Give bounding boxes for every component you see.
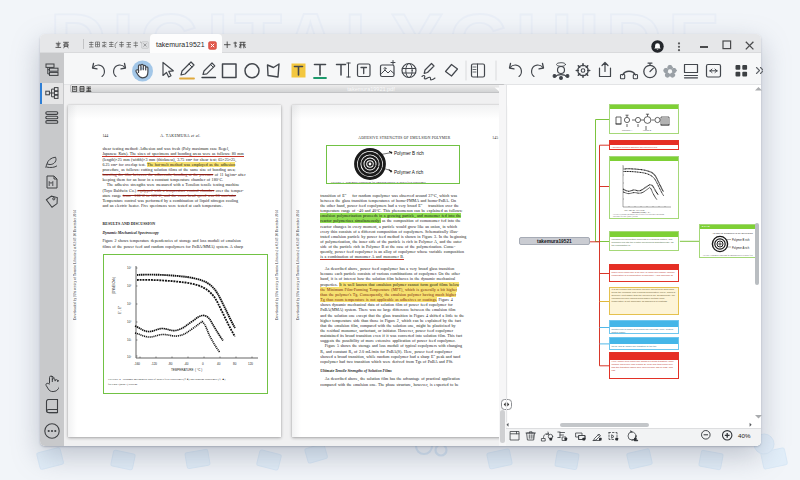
- svg-text:10²: 10²: [127, 355, 131, 359]
- svg-text:monomer A: monomer A: [622, 128, 633, 130]
- svg-text:ADHESIVE STRENGTHS OF EMULSION: ADHESIVE STRENGTHS OF EMULSION: [712, 232, 753, 234]
- svg-text:reactor B: reactor B: [643, 128, 652, 130]
- svg-text:120: 120: [248, 362, 253, 366]
- svg-text:Polymer A rich: Polymer A rich: [394, 169, 424, 174]
- svg-text:80: 80: [233, 362, 237, 366]
- svg-text:10³: 10³: [127, 338, 131, 342]
- svg-text:-160: -160: [134, 362, 140, 366]
- svg-text:10⁷: 10⁷: [127, 266, 131, 270]
- svg-text:FIGURE 2 Dynamic mechanical: FIGURE 2 Dynamic mechanical data of powe…: [108, 377, 226, 381]
- svg-text:-40: -40: [184, 362, 189, 366]
- svg-text:0: 0: [202, 362, 204, 366]
- svg-text:10⁵: 10⁵: [127, 302, 132, 306]
- svg-text:FIGURE 3 Schematic illustrat: FIGURE 3 Schematic illustration for emul…: [331, 179, 426, 183]
- svg-text:for PnBA(MMA) system.: for PnBA(MMA) system.: [108, 382, 138, 386]
- svg-text:copolymer for PnBA(MMA) system: copolymer for PnBA(MMA) system.: [613, 215, 639, 218]
- svg-text:TEMPERATURE ( °C ): TEMPERATURE ( °C ): [171, 368, 202, 372]
- svg-text:-80: -80: [168, 362, 173, 366]
- svg-text:FIGURE 3 Schematic illustrat: FIGURE 3 Schematic illustration for emul…: [703, 254, 753, 256]
- svg-text:Polymer A rich: Polymer A rich: [732, 246, 750, 250]
- svg-text:E′ , E″: E′ , E″: [118, 306, 122, 314]
- svg-text:40: 40: [217, 362, 221, 366]
- svg-text:10⁶: 10⁶: [127, 284, 132, 288]
- svg-text:-120: -120: [151, 362, 157, 366]
- svg-text:Polymer B rich: Polymer B rich: [732, 238, 750, 242]
- svg-text:Polymer B rich: Polymer B rich: [394, 151, 424, 156]
- svg-text:(DYNE/CM²): (DYNE/CM²): [112, 277, 116, 294]
- svg-text:10⁴: 10⁴: [127, 320, 132, 324]
